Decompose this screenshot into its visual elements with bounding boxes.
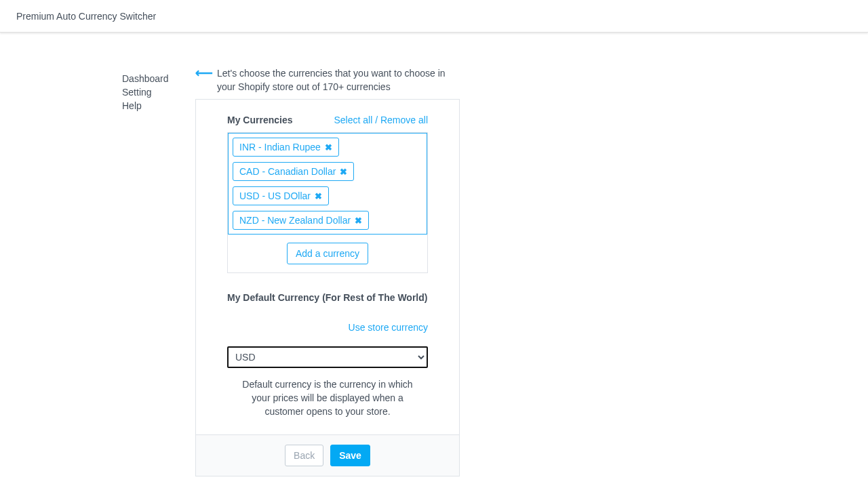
use-store-currency-link[interactable]: Use store currency (349, 322, 428, 333)
sidebar-item-help[interactable]: Help (122, 99, 195, 113)
currencies-box: INR - Indian Rupee ✖ CAD - Canadian Doll… (227, 132, 428, 273)
back-button[interactable]: Back (285, 445, 323, 466)
default-currency-help: Default currency is the currency in whic… (227, 378, 428, 418)
currency-tag-label: USD - US DOllar (239, 190, 311, 201)
default-currency-select-wrap: USD (227, 346, 428, 368)
sidebar-item-dashboard[interactable]: Dashboard (122, 72, 195, 85)
select-remove-all-link[interactable]: Select all / Remove all (334, 115, 428, 125)
page: Dashboard Setting Help ⟵ Let's choose th… (0, 33, 868, 476)
sidebar: Dashboard Setting Help (122, 66, 195, 476)
default-currency-header: My Default Currency (For Rest of The Wor… (227, 292, 428, 303)
main: ⟵ Let's choose the currencies that you w… (195, 66, 746, 476)
default-currency-select[interactable]: USD (227, 346, 428, 368)
save-button[interactable]: Save (330, 445, 370, 466)
currency-tag-label: NZD - New Zealand Dollar (239, 215, 351, 226)
sidebar-item-setting[interactable]: Setting (122, 85, 195, 99)
card-body: My Currencies Select all / Remove all IN… (196, 100, 459, 434)
card-footer: Back Save (196, 434, 459, 476)
default-currency-title: My Default Currency (227, 292, 319, 303)
currency-tag-usd: USD - US DOllar ✖ (233, 186, 329, 205)
my-currencies-title: My Currencies (227, 115, 292, 125)
currency-tag-nzd: NZD - New Zealand Dollar ✖ (233, 211, 369, 230)
add-currency-button[interactable]: Add a currency (287, 243, 368, 264)
app-title: Premium Auto Currency Switcher (16, 11, 156, 22)
currency-tag-label: INR - Indian Rupee (239, 142, 321, 152)
remove-icon[interactable]: ✖ (355, 216, 362, 226)
remove-icon[interactable]: ✖ (340, 167, 347, 177)
back-arrow-icon[interactable]: ⟵ (195, 66, 213, 80)
currency-tags: INR - Indian Rupee ✖ CAD - Canadian Doll… (228, 133, 427, 235)
intro-text: Let's choose the currencies that you wan… (217, 66, 463, 94)
use-store-currency-row: Use store currency (227, 322, 428, 333)
topbar: Premium Auto Currency Switcher (0, 0, 868, 33)
default-currency-subtitle: (For Rest of The World) (322, 292, 427, 303)
remove-icon[interactable]: ✖ (315, 191, 322, 201)
add-currency-row: Add a currency (228, 235, 427, 272)
currency-tag-label: CAD - Canadian Dollar (239, 166, 336, 177)
my-currencies-header: My Currencies Select all / Remove all (227, 115, 428, 125)
layout: Dashboard Setting Help ⟵ Let's choose th… (122, 66, 746, 476)
currency-tag-inr: INR - Indian Rupee ✖ (233, 138, 339, 157)
remove-icon[interactable]: ✖ (325, 142, 332, 152)
currency-tag-cad: CAD - Canadian Dollar ✖ (233, 162, 354, 181)
settings-card: My Currencies Select all / Remove all IN… (195, 99, 460, 476)
intro: ⟵ Let's choose the currencies that you w… (195, 66, 463, 94)
